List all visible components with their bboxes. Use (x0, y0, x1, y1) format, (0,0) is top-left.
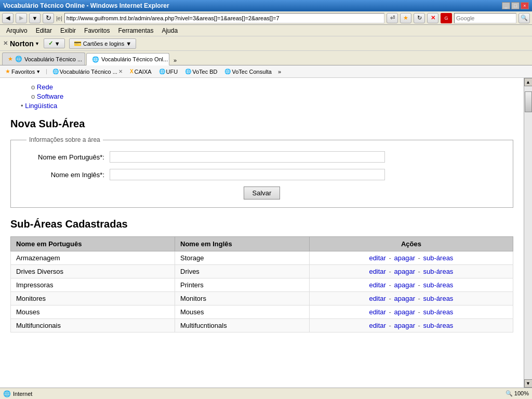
window-title: Vocabulário Técnico Online - Windows Int… (3, 2, 169, 9)
cartoes-button[interactable]: 💳 Cartões e logins ▼ (69, 38, 136, 49)
ufu-label: UFU (166, 69, 178, 75)
ingles-label: Nome em Inglês*: (21, 171, 104, 179)
edit-link[interactable]: editar (369, 254, 386, 262)
minimize-button[interactable]: _ (502, 2, 510, 9)
nav-link-rede[interactable]: Rede (37, 83, 53, 91)
delete-link[interactable]: apagar (394, 268, 415, 275)
delete-link[interactable]: apagar (394, 254, 415, 262)
vocab-label: Vocabulário Técnico ... (60, 69, 117, 75)
bookmark-votec-consulta[interactable]: 🌐 VoTec Consulta (222, 68, 273, 76)
cartoes-label: Cartões e logins (83, 41, 125, 47)
cell-ingles: Mouses (175, 305, 310, 319)
norton-close[interactable]: ✕ (3, 40, 8, 47)
scroll-down-button[interactable]: ▼ (524, 379, 533, 388)
go-button[interactable]: ⏎ (387, 13, 398, 23)
cell-ingles: Monitors (175, 292, 310, 305)
page-content: Rede Software Lingüística Nova Sub-Área … (0, 78, 524, 388)
bookmark-ufu[interactable]: 🌐 UFU (157, 68, 180, 76)
table-row: Drives DiversosDriveseditar - apagar - s… (11, 265, 513, 278)
refresh-page-button[interactable]: ↻ (414, 13, 425, 23)
bookmarks-overflow-button[interactable]: » (277, 68, 282, 76)
sub-areas-link[interactable]: sub-áreas (423, 268, 454, 275)
menu-editar[interactable]: Editar (32, 26, 56, 35)
norton-check-button[interactable]: ✓ ▼ (44, 38, 65, 48)
portugues-row: Nome em Português*: (21, 151, 502, 163)
refresh-button[interactable]: ↻ (43, 13, 54, 23)
forward-button[interactable]: ▶ (16, 13, 27, 23)
tab-close-1[interactable]: ✕ (84, 56, 85, 62)
cartoes-icon: 💳 (74, 40, 82, 47)
close-button[interactable]: × (521, 2, 529, 9)
menu-arquivo[interactable]: Arquivo (2, 26, 32, 35)
bookmark-votec-bd[interactable]: 🌐 VoTec BD (183, 68, 219, 76)
delete-link[interactable]: apagar (394, 322, 415, 329)
cell-ingles: Multifucntionals (175, 319, 310, 332)
edit-link[interactable]: editar (369, 322, 386, 329)
nav-link-linguistica[interactable]: Lingüística (25, 102, 57, 110)
dropdown-button[interactable]: ▼ (29, 13, 41, 23)
tabs-overflow-button[interactable]: » (170, 56, 180, 65)
cell-ingles: Storage (175, 251, 310, 265)
cell-acoes: editar - apagar - sub-áreas (309, 305, 513, 319)
scroll-up-button[interactable]: ▲ (524, 78, 533, 86)
menu-bar: Arquivo Editar Exibir Favoritos Ferramen… (0, 25, 532, 36)
breadcrumb-nav: Rede Software Lingüística (10, 83, 513, 110)
title-bar: Vocabulário Técnico Online - Windows Int… (0, 0, 532, 11)
scroll-track[interactable] (524, 86, 532, 379)
tab-vocabulario-1[interactable]: ★ 🌐 Vocabulário Técnico ... ✕ (2, 52, 85, 65)
sub-areas-title: Sub-Áreas Cadastradas (10, 218, 513, 230)
address-input[interactable] (64, 13, 384, 23)
scrollbar-vertical[interactable]: ▲ ▼ (524, 78, 532, 388)
checkmark-icon: ✓ (48, 40, 53, 47)
norton-dropdown-icon[interactable]: ▼ (35, 41, 39, 46)
cell-ingles: Printers (175, 278, 310, 292)
delete-link[interactable]: apagar (394, 308, 415, 316)
vocab-close-icon[interactable]: ✕ (118, 69, 123, 74)
menu-ferramentas[interactable]: Ferramentas (114, 26, 157, 35)
table-row: MultifuncionaisMultifucntionalseditar - … (11, 319, 513, 332)
delete-link[interactable]: apagar (394, 295, 415, 302)
votec-bd-icon: 🌐 (185, 69, 191, 74)
bookmark-favoritos[interactable]: ★ Favoritos ▼ (3, 67, 43, 76)
cell-portugues: Monitores (11, 292, 175, 305)
edit-link[interactable]: editar (369, 268, 386, 275)
sub-areas-link[interactable]: sub-áreas (423, 308, 454, 316)
table-row: MonitoresMonitorseditar - apagar - sub-á… (11, 292, 513, 305)
edit-link[interactable]: editar (369, 308, 386, 316)
votec-bd-label: VoTec BD (192, 69, 217, 75)
tabs-bar: ★ 🌐 Vocabulário Técnico ... ✕ 🌐 Vocabulá… (0, 51, 532, 65)
edit-link[interactable]: editar (369, 295, 386, 302)
tab-vocabulario-2[interactable]: 🌐 Vocabulário Técnico Onl... (86, 53, 169, 65)
search-input[interactable] (454, 13, 516, 23)
caixa-icon: X (130, 69, 134, 74)
nova-sub-area-title: Nova Sub-Área (10, 118, 513, 130)
salvar-button[interactable]: Salvar (244, 187, 281, 200)
sub-areas-link[interactable]: sub-áreas (423, 281, 454, 289)
ingles-input[interactable] (110, 169, 385, 180)
menu-favoritos[interactable]: Favoritos (80, 26, 114, 35)
portugues-input[interactable] (110, 151, 385, 163)
favorites-star[interactable]: ★ (400, 13, 411, 23)
scroll-thumb[interactable] (525, 91, 532, 112)
table-row: ArmazenagemStorageeditar - apagar - sub-… (11, 251, 513, 265)
sub-areas-link[interactable]: sub-áreas (423, 254, 454, 262)
bookmark-vocabulario[interactable]: 🌐 Vocabulário Técnico ... ✕ (50, 68, 125, 76)
restore-button[interactable]: □ (511, 2, 520, 9)
edit-link[interactable]: editar (369, 281, 386, 289)
sub-areas-link[interactable]: sub-áreas (423, 322, 454, 329)
bookmark-caixa[interactable]: X CAIXA (128, 68, 154, 76)
sub-areas-link[interactable]: sub-áreas (423, 295, 454, 302)
cell-portugues: Impressoras (11, 278, 175, 292)
stop-button[interactable]: ✕ (427, 13, 438, 23)
form-button-row: Salvar (21, 187, 502, 200)
votec-consulta-label: VoTec Consulta (232, 69, 271, 75)
sub-areas-section: Sub-Áreas Cadastradas Nome em Português … (10, 218, 513, 332)
menu-ajuda[interactable]: Ajuda (157, 26, 182, 35)
back-button[interactable]: ◀ (2, 13, 14, 23)
menu-exibir[interactable]: Exibir (56, 26, 80, 35)
nav-link-software[interactable]: Software (37, 92, 63, 100)
tab-icon-1: 🌐 (15, 56, 22, 62)
ufu-icon: 🌐 (159, 69, 165, 74)
delete-link[interactable]: apagar (394, 281, 415, 289)
search-button[interactable]: 🔍 (518, 13, 530, 23)
